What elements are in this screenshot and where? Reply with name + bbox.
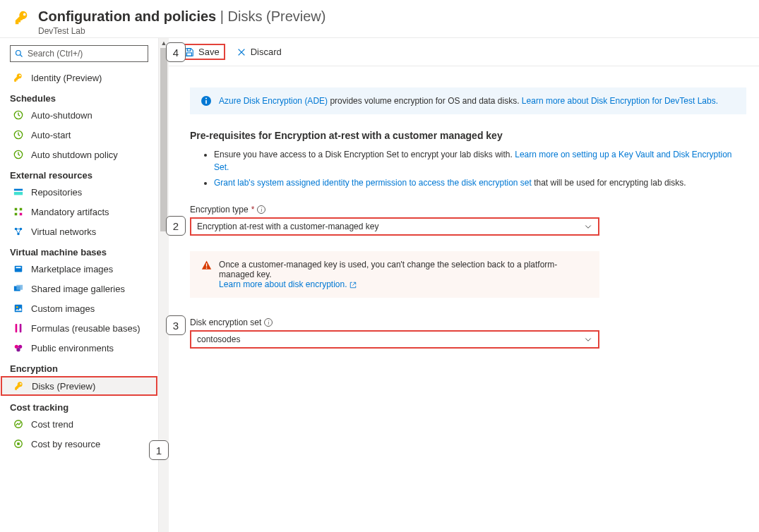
svg-rect-20 (16, 324, 18, 332)
grant-identity-link[interactable]: Grant lab's system assigned identity the… (214, 178, 532, 188)
sidebar-item-label: Auto-shutdown (31, 110, 92, 121)
svg-rect-29 (187, 52, 192, 55)
callout-2: 2 (166, 216, 186, 236)
svg-rect-28 (187, 48, 190, 51)
sidebar-item-label: Disks (Preview) (32, 381, 95, 392)
sidebar-item-mandatory-artifacts[interactable]: Mandatory artifacts (0, 202, 158, 222)
svg-rect-31 (205, 100, 207, 104)
svg-rect-9 (15, 213, 18, 216)
sidebar-item-auto-shutdown[interactable]: Auto-shutdown (0, 105, 158, 125)
callout-4: 4 (166, 42, 186, 62)
svg-point-34 (206, 267, 208, 269)
svg-rect-10 (20, 213, 23, 216)
image-icon (13, 303, 24, 314)
sidebar-item-auto-shutdown-policy[interactable]: Auto shutdown policy (0, 145, 158, 164)
close-icon (237, 47, 246, 57)
search-input[interactable]: Search (Ctrl+/) (10, 45, 148, 62)
sidebar-item-marketplace[interactable]: Marketplace images (0, 259, 158, 279)
disk-encryption-set-dropdown[interactable]: contosodes (190, 330, 599, 349)
clock-icon (13, 129, 24, 140)
prereq-text: Ensure you have access to a Disk Encrypt… (214, 150, 515, 159)
dropdown-value: Encryption at-rest with a customer-manag… (197, 222, 378, 231)
svg-rect-33 (206, 263, 207, 267)
field-label-text: Encryption type (190, 205, 249, 214)
warning-text: Once a customer-managed key is used, you… (219, 260, 557, 279)
svg-rect-18 (15, 305, 23, 313)
svg-rect-14 (15, 266, 23, 272)
field-label-text: Disk encryption set (190, 318, 261, 327)
sidebar-group-vmbases: Virtual machine bases (0, 241, 158, 259)
sidebar-item-auto-start[interactable]: Auto-start (0, 125, 158, 145)
sidebar-group-cost: Cost tracking (0, 397, 158, 414)
clock-icon (13, 149, 24, 160)
ade-link[interactable]: Azure Disk Encryption (ADE) (219, 96, 328, 106)
save-label: Save (198, 47, 220, 57)
sidebar-item-disks[interactable]: Disks (Preview) (1, 376, 157, 396)
sidebar-item-formulas[interactable]: Formulas (reusable bases) (0, 318, 158, 338)
title-sub: Disks (Preview) (228, 8, 326, 24)
prereq-list: Ensure you have access to a Disk Encrypt… (190, 148, 746, 189)
sidebar-group-schedules: Schedules (0, 87, 158, 105)
sidebar-item-cost-by-resource[interactable]: Cost by resource (0, 434, 158, 454)
learn-more-link[interactable]: Learn more about Disk Encryption for Dev… (522, 96, 718, 106)
title-sep: | (216, 8, 227, 24)
external-link-icon (349, 282, 357, 289)
page-header: Configuration and policies | Disks (Prev… (0, 0, 759, 38)
info-icon (201, 95, 212, 107)
title-main: Configuration and policies (38, 8, 216, 24)
svg-rect-15 (16, 267, 21, 268)
page-subtitle: DevTest Lab (38, 26, 325, 36)
sidebar-item-label: Cost by resource (31, 439, 100, 449)
list-item: Ensure you have access to a Disk Encrypt… (214, 148, 746, 174)
svg-point-32 (205, 98, 207, 99)
sidebar-item-label: Repositories (31, 187, 82, 198)
chevron-down-icon (584, 335, 592, 344)
info-icon[interactable]: i (264, 318, 273, 327)
svg-point-24 (16, 348, 20, 351)
sidebar-item-virtual-networks[interactable]: Virtual networks (0, 222, 158, 241)
sidebar-item-repositories[interactable]: Repositories (0, 182, 158, 202)
sidebar-item-label: Marketplace images (31, 264, 113, 274)
search-placeholder: Search (Ctrl+/) (28, 49, 83, 59)
sidebar-item-label: Mandatory artifacts (31, 207, 109, 217)
encryption-type-dropdown[interactable]: Encryption at-rest with a customer-manag… (190, 217, 599, 236)
svg-point-0 (16, 51, 21, 56)
discard-button[interactable]: Discard (231, 44, 287, 60)
svg-line-1 (20, 55, 23, 57)
required-indicator: * (251, 205, 255, 214)
sidebar-item-identity[interactable]: Identity (Preview) (0, 68, 158, 87)
sidebar-item-public-environments[interactable]: Public environments (0, 338, 158, 358)
svg-point-23 (18, 345, 22, 349)
network-icon (13, 226, 24, 237)
warning-icon (201, 260, 212, 271)
list-item: Grant lab's system assigned identity the… (214, 176, 746, 189)
sidebar-item-label: Shared image galleries (31, 284, 125, 294)
key-icon (13, 72, 24, 83)
warning-banner: Once a customer-managed key is used, you… (190, 251, 599, 298)
discard-label: Discard (251, 47, 282, 57)
svg-rect-6 (14, 192, 23, 195)
main-content: Save Discard Azure Disk Encryption (ADE)… (169, 38, 759, 532)
toolbar: Save Discard (169, 38, 759, 66)
scroll-thumb[interactable] (160, 48, 167, 231)
artifact-icon (13, 206, 24, 217)
info-icon[interactable]: i (257, 205, 265, 214)
banner-text: provides volume encryption for OS and da… (328, 96, 522, 106)
sidebar-item-shared-galleries[interactable]: Shared image galleries (0, 279, 158, 298)
dropdown-value: contosodes (197, 334, 240, 344)
svg-point-22 (15, 345, 18, 349)
sidebar-item-label: Virtual networks (31, 226, 96, 237)
sidebar-item-custom-images[interactable]: Custom images (0, 298, 158, 318)
disk-encryption-set-label: Disk encryption set i (190, 318, 746, 327)
callout-3: 3 (166, 315, 186, 335)
gallery-icon (13, 283, 24, 294)
svg-rect-21 (20, 324, 22, 332)
key-icon (13, 380, 25, 392)
sidebar-group-external: External resources (0, 164, 158, 182)
warning-link[interactable]: Learn more about disk encryption. (219, 279, 347, 289)
sidebar-item-label: Cost trend (31, 419, 73, 430)
formula-icon (13, 322, 24, 334)
sidebar-item-cost-trend[interactable]: Cost trend (0, 414, 158, 434)
save-icon (184, 47, 194, 57)
sidebar: Search (Ctrl+/) Identity (Preview) Sched… (0, 38, 159, 532)
